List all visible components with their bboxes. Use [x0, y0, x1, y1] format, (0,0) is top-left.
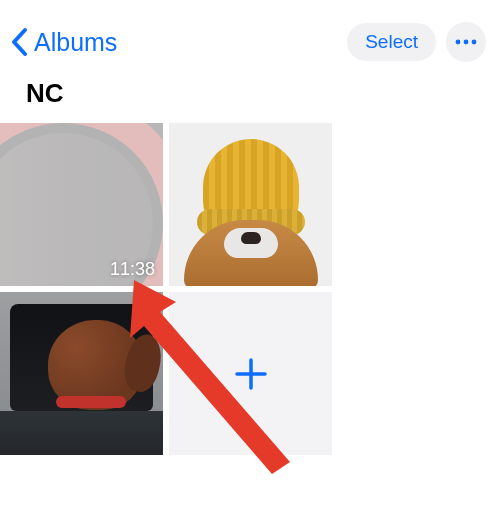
svg-point-2: [472, 40, 477, 45]
nav-bar: Albums Select: [0, 0, 500, 72]
chevron-left-icon: [10, 27, 30, 57]
video-duration: 11:38: [110, 259, 155, 280]
back-button[interactable]: Albums: [10, 27, 117, 57]
photo-thumbnail[interactable]: 11:38: [0, 123, 163, 286]
add-photo-button[interactable]: [169, 292, 332, 455]
thumbnail-art: [241, 232, 261, 244]
album-title: NC: [0, 72, 500, 123]
ellipsis-icon: [455, 39, 477, 45]
plus-icon: [234, 357, 268, 391]
photo-thumbnail[interactable]: [0, 292, 163, 455]
svg-point-0: [456, 40, 461, 45]
photo-thumbnail[interactable]: [169, 123, 332, 286]
select-button-label: Select: [365, 31, 418, 52]
select-button[interactable]: Select: [347, 23, 436, 61]
thumbnail-art: [56, 396, 126, 408]
svg-point-1: [464, 40, 469, 45]
back-label: Albums: [34, 28, 117, 57]
nav-right-actions: Select: [347, 22, 486, 62]
thumbnail-art: [0, 411, 163, 455]
photo-grid: 11:38: [0, 123, 500, 455]
more-button[interactable]: [446, 22, 486, 62]
